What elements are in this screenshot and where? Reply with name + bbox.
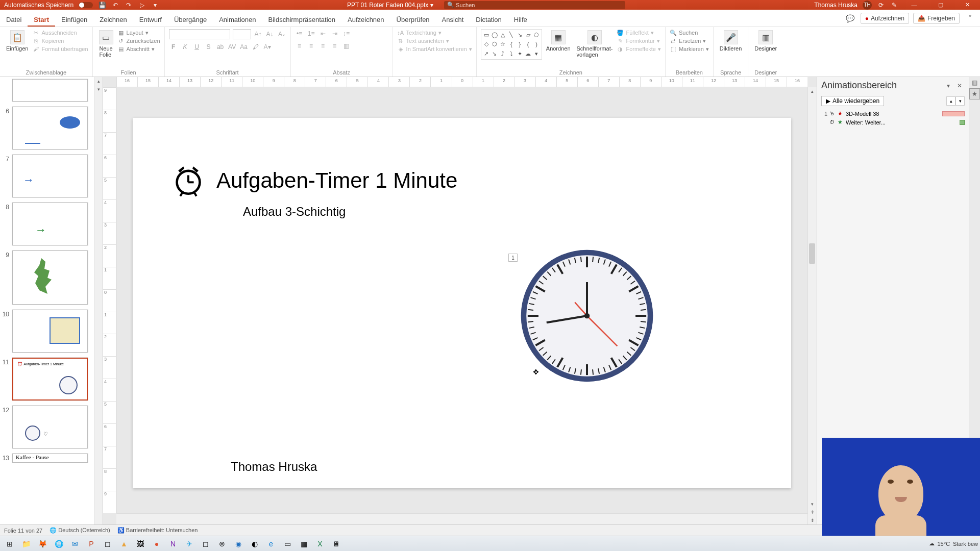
tab-aufzeichnen[interactable]: Aufzeichnen: [341, 16, 390, 27]
app-icon-11[interactable]: 🖥: [329, 537, 344, 550]
case-icon[interactable]: Aa: [239, 42, 249, 52]
excel-icon[interactable]: X: [312, 537, 328, 550]
layout-button[interactable]: ▦Layout ▾: [117, 29, 160, 36]
redo-icon[interactable]: ↷: [125, 1, 133, 9]
tab-entwurf[interactable]: Entwurf: [133, 16, 168, 27]
from-beginning-icon[interactable]: ▷: [138, 1, 146, 9]
pane-options-icon[interactable]: ▾: [943, 81, 953, 91]
thumbs-scrollbar[interactable]: ▴▾: [94, 77, 103, 524]
font-size-select[interactable]: [233, 29, 251, 39]
thumb-slide-8[interactable]: →: [12, 203, 88, 245]
edge-icon[interactable]: e: [263, 537, 279, 550]
collapse-ribbon-icon[interactable]: ˅: [964, 12, 976, 24]
anim-item-2[interactable]: ⏱ ★ Weiter: Weiter...: [820, 118, 966, 127]
start-button[interactable]: ⊞: [2, 537, 17, 550]
minimize-button[interactable]: —: [903, 0, 925, 10]
accessibility-status[interactable]: ♿ Barrierefreiheit: Untersuchen: [117, 527, 198, 534]
italic-icon[interactable]: K: [181, 42, 190, 52]
coming-soon-icon[interactable]: ✎: [890, 1, 898, 9]
arrange-button[interactable]: ▦Anordnen: [544, 29, 573, 53]
firefox-icon[interactable]: 🦊: [35, 537, 50, 550]
close-button[interactable]: ✕: [957, 0, 978, 10]
bullets-icon[interactable]: •≡: [295, 29, 304, 38]
side-tab-1[interactable]: ▥: [969, 77, 980, 88]
columns-icon[interactable]: ▥: [342, 41, 351, 51]
align-left-icon[interactable]: ≡: [295, 41, 304, 51]
underline-icon[interactable]: U: [192, 42, 202, 52]
paste-button[interactable]: 📋Einfügen: [4, 29, 30, 53]
thumb-slide-11[interactable]: ⏰ Aufgaben-Timer 1 Minute: [12, 358, 88, 400]
designer-button[interactable]: ▥Designer: [752, 29, 779, 53]
app-icon-2[interactable]: ▲: [116, 537, 132, 550]
tab-hilfe[interactable]: Hilfe: [508, 16, 533, 27]
app-icon-9[interactable]: ▭: [280, 537, 295, 550]
tab-ansicht[interactable]: Ansicht: [436, 16, 470, 27]
reset-button[interactable]: ↺Zurücksetzen: [117, 37, 160, 44]
replace-button[interactable]: ⇄Ersetzen ▾: [670, 37, 709, 44]
search-box[interactable]: 🔍 Suchen: [444, 1, 625, 9]
smartart-button[interactable]: ◈In SmartArt konvertieren ▾: [397, 45, 472, 53]
increase-indent-icon[interactable]: ⇥: [330, 29, 339, 38]
format-painter-button[interactable]: 🖌Format übertragen: [32, 45, 88, 53]
tab-datei[interactable]: Datei: [0, 16, 28, 27]
side-tab-2[interactable]: ★: [969, 88, 980, 99]
line-spacing-icon[interactable]: ↕≡: [342, 29, 351, 38]
tab-uebergaenge[interactable]: Übergänge: [168, 16, 213, 27]
powerpoint-icon[interactable]: P: [84, 537, 99, 550]
tab-animationen[interactable]: Animationen: [213, 16, 262, 27]
thumb-slide-10[interactable]: [12, 310, 88, 353]
record-button[interactable]: ●Aufzeichnen: [861, 13, 909, 24]
clock-3d-model[interactable]: [520, 248, 654, 383]
share-button[interactable]: 📤 Freigeben: [913, 13, 960, 24]
spacing-icon[interactable]: AV: [228, 42, 237, 52]
tab-start[interactable]: Start: [28, 16, 55, 27]
app-icon-4[interactable]: ●: [149, 537, 164, 550]
thumb-slide-9[interactable]: [12, 251, 88, 305]
text-direction-button[interactable]: ↕ATextrichtung ▾: [397, 29, 472, 36]
find-button[interactable]: 🔍Suchen: [670, 29, 709, 36]
decrease-indent-icon[interactable]: ⇤: [318, 29, 328, 38]
explorer-icon[interactable]: 📁: [18, 537, 34, 550]
language-status[interactable]: 🌐 Deutsch (Österreich): [50, 527, 110, 534]
thumb-slide-13[interactable]: Kaffee - Pause: [12, 454, 88, 463]
play-all-button[interactable]: ▶ Alle wiedergeben: [821, 96, 884, 106]
cut-button[interactable]: ✂Ausschneiden: [32, 29, 88, 36]
anim-item-1[interactable]: 1 🖱 ★ 3D-Modell 38: [820, 109, 966, 118]
align-text-button[interactable]: ⇅Text ausrichten ▾: [397, 37, 472, 44]
clear-format-icon[interactable]: Aₓ: [277, 30, 286, 39]
animation-tag[interactable]: 1: [508, 254, 518, 262]
shadow-icon[interactable]: ab: [216, 42, 225, 52]
font-color-icon[interactable]: A▾: [263, 42, 272, 52]
tab-dictation[interactable]: Dictation: [470, 16, 508, 27]
pane-close-icon[interactable]: ✕: [954, 81, 965, 91]
shape-effects-button[interactable]: ◑Formeffekte ▾: [617, 45, 661, 53]
bold-icon[interactable]: F: [169, 42, 178, 52]
user-avatar[interactable]: TH: [863, 1, 872, 10]
app-icon-1[interactable]: ◻: [100, 537, 115, 550]
numbering-icon[interactable]: 1≡: [307, 29, 316, 38]
shape-outline-button[interactable]: ✎Formkontur ▾: [617, 37, 661, 44]
dictate-button[interactable]: 🎤Diktieren: [718, 29, 744, 53]
thumb-slide-6[interactable]: [12, 107, 88, 149]
increase-font-icon[interactable]: A↑: [254, 30, 263, 39]
outlook-icon[interactable]: ✉: [67, 537, 83, 550]
align-center-icon[interactable]: ≡: [307, 41, 316, 51]
align-right-icon[interactable]: ≡: [318, 41, 328, 51]
tab-ueberpruefen[interactable]: Überprüfen: [390, 16, 436, 27]
tab-zeichnen[interactable]: Zeichnen: [93, 16, 133, 27]
tab-einfuegen[interactable]: Einfügen: [55, 16, 93, 27]
strike-icon[interactable]: S: [204, 42, 213, 52]
highlight-icon[interactable]: 🖍: [251, 42, 260, 52]
app-icon-10[interactable]: ▦: [296, 537, 311, 550]
move-up-button[interactable]: ▴: [946, 96, 955, 106]
maximize-button[interactable]: ▢: [930, 0, 951, 10]
decrease-font-icon[interactable]: A↓: [265, 30, 275, 39]
app-icon-7[interactable]: ◉: [231, 537, 246, 550]
undo-icon[interactable]: ↶: [111, 1, 119, 9]
quick-styles-button[interactable]: ◐Schnellformat- vorlagen: [575, 29, 615, 59]
save-icon[interactable]: 💾: [98, 1, 106, 9]
new-slide-button[interactable]: ▭Neue Folie: [97, 29, 115, 59]
thumb-slide-5[interactable]: [12, 79, 88, 102]
canvas-h-scrollbar[interactable]: [116, 513, 807, 524]
shape-fill-button[interactable]: 🪣Fülleffekt ▾: [617, 29, 661, 36]
